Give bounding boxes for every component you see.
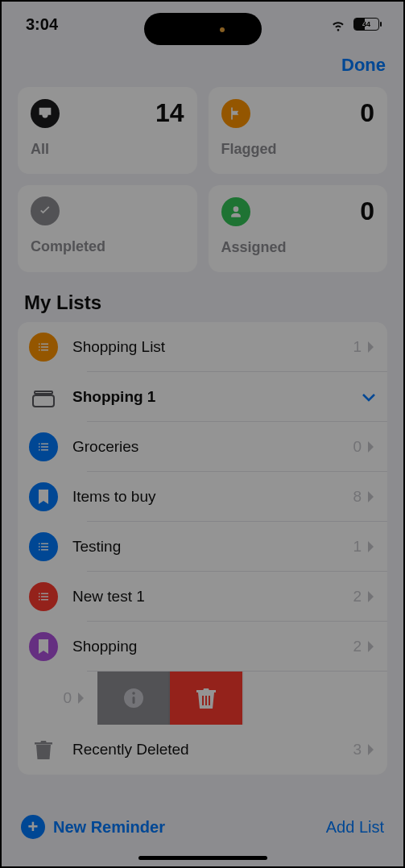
- card-completed[interactable]: Completed: [18, 185, 197, 272]
- battery-icon: 44: [353, 18, 379, 31]
- card-flagged-label: Flagged: [221, 141, 375, 158]
- card-completed-label: Completed: [31, 238, 184, 255]
- svg-rect-5: [202, 696, 204, 705]
- list-count: 2: [353, 588, 362, 606]
- list-name: Items to buy: [72, 488, 353, 506]
- person-icon: [221, 197, 250, 226]
- list-count: 8: [353, 488, 362, 506]
- list-count: 0: [353, 438, 362, 456]
- chevron-right-icon: [366, 440, 376, 454]
- home-indicator[interactable]: [138, 856, 267, 860]
- wifi-icon: [329, 15, 347, 33]
- chevron-right-icon: [366, 639, 376, 654]
- done-button[interactable]: Done: [341, 55, 386, 76]
- inbox-tray-icon: [31, 99, 60, 128]
- svg-rect-7: [209, 696, 210, 705]
- plus-circle-icon: +: [21, 815, 45, 839]
- list-name: Shopping 1: [72, 388, 362, 406]
- bookmark-icon: [29, 482, 58, 511]
- flag-icon: [221, 99, 250, 128]
- chevron-right-icon: [366, 589, 376, 604]
- list-name: Groceries: [72, 438, 353, 456]
- list-icon: [29, 582, 58, 611]
- list-name: Recently Deleted: [72, 741, 353, 758]
- list-row[interactable]: Shopping 2: [18, 622, 387, 672]
- list-row[interactable]: Shopping List 1: [18, 322, 387, 372]
- smart-list-cards: 14 All 0 Flagged Completed: [2, 87, 403, 272]
- list-count: 1: [353, 538, 362, 556]
- list-row[interactable]: New test 1 2: [18, 572, 387, 622]
- list-name: Shopping: [72, 638, 353, 655]
- list-row[interactable]: Groceries 0: [18, 422, 387, 472]
- dynamic-island: [144, 13, 262, 45]
- card-assigned-count: 0: [360, 196, 374, 226]
- header: Done: [2, 47, 403, 87]
- bookmark-icon: [29, 632, 58, 661]
- chevron-right-icon: [76, 691, 86, 705]
- svg-point-4: [132, 692, 135, 695]
- folder-icon: [29, 382, 58, 411]
- my-lists-title: My Lists: [2, 272, 403, 322]
- status-bar: 3:04 44: [2, 2, 403, 47]
- list-name: Shopping List: [72, 338, 353, 356]
- card-assigned-label: Assigned: [221, 239, 375, 256]
- info-icon: [122, 687, 145, 709]
- card-all[interactable]: 14 All: [18, 87, 197, 174]
- add-list-button[interactable]: Add List: [326, 818, 384, 837]
- list-count: 3: [353, 741, 362, 758]
- list-icon: [29, 532, 58, 561]
- list-row[interactable]: Items to buy 8: [18, 472, 387, 522]
- list-icon: [29, 333, 58, 362]
- list-count: 2: [353, 638, 362, 655]
- svg-rect-6: [205, 696, 207, 705]
- list-row-folder[interactable]: Shopping 1: [18, 372, 387, 422]
- card-assigned[interactable]: 0 Assigned: [209, 185, 388, 272]
- new-reminder-button[interactable]: + New Reminder: [21, 815, 165, 839]
- list-count: 0: [63, 689, 72, 707]
- chevron-down-icon[interactable]: [362, 392, 376, 402]
- list-icon: [29, 432, 58, 461]
- list-name: Testing: [72, 538, 353, 556]
- new-reminder-label: New Reminder: [53, 818, 165, 837]
- svg-rect-0: [35, 391, 52, 394]
- card-flagged[interactable]: 0 Flagged: [209, 87, 388, 174]
- swipe-delete-button[interactable]: [170, 672, 242, 725]
- svg-rect-1: [33, 395, 54, 407]
- chevron-right-icon: [366, 742, 376, 757]
- list-count: 1: [353, 338, 362, 356]
- list-row-swiped[interactable]: 0: [18, 672, 387, 725]
- checkmark-icon: [31, 196, 60, 225]
- my-lists-container: Shopping List 1 Shopping 1 Groceries 0: [18, 322, 387, 775]
- card-all-count: 14: [155, 98, 184, 128]
- trash-icon: [29, 735, 58, 764]
- svg-rect-3: [133, 696, 135, 704]
- status-time: 3:04: [26, 15, 58, 34]
- card-flagged-count: 0: [360, 98, 374, 128]
- list-row-recently-deleted[interactable]: Recently Deleted 3: [18, 725, 387, 775]
- chevron-right-icon: [366, 340, 376, 354]
- list-row[interactable]: Testing 1: [18, 522, 387, 572]
- chevron-right-icon: [366, 490, 376, 504]
- card-all-label: All: [31, 141, 184, 158]
- list-name: New test 1: [72, 588, 353, 606]
- trash-icon: [196, 686, 217, 710]
- chevron-right-icon: [366, 539, 376, 554]
- swipe-info-button[interactable]: [97, 672, 170, 725]
